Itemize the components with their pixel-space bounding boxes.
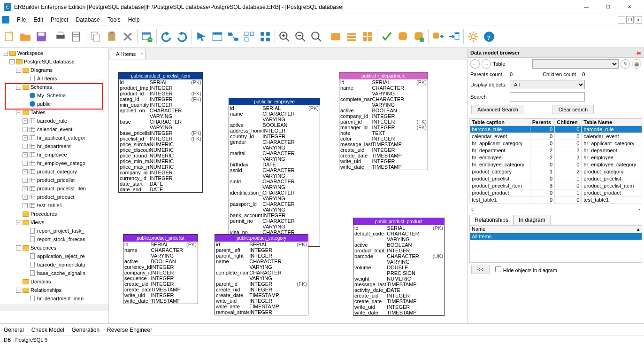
mdi-close-button[interactable]: x (635, 16, 642, 24)
tree-schemas[interactable]: −Schemas (1, 83, 107, 91)
grid-scroll-right[interactable]: › (638, 206, 640, 212)
grid-row-8[interactable]: product_pricelist_item30product_pricelis… (470, 182, 642, 189)
diagram-tab[interactable]: All Items × (111, 49, 146, 59)
tree-table-5[interactable]: +hr_employee_catego (1, 159, 107, 167)
er-table-hr_employee[interactable]: public.hr_employeeidSERIAL(PK)nameCHARAC… (229, 98, 320, 247)
db-gear-button[interactable] (395, 29, 410, 44)
layout2-button[interactable] (344, 29, 359, 44)
close-tab-icon[interactable]: × (140, 51, 143, 56)
grid-row-10[interactable]: test_table100test_table1 (470, 196, 642, 204)
pin-icon[interactable]: 📌 (635, 49, 642, 56)
list-item-all[interactable]: All Items (470, 233, 642, 240)
er-table-product[interactable]: public.product_productidSERIAL(PK)defaul… (353, 218, 445, 316)
hide-objects-checkbox[interactable] (495, 266, 501, 272)
align-tool-button[interactable] (242, 29, 257, 44)
list-scroll-up[interactable]: ▴ (637, 226, 640, 232)
tree-seq-0[interactable]: application_reject_re (1, 252, 107, 260)
display-objects-select[interactable]: All (510, 80, 585, 89)
er-table-pricelist_item[interactable]: public.product_pricelist_itemidSERIAL(PK… (118, 72, 203, 193)
tree-rel-0[interactable]: hr_department_man (1, 294, 107, 303)
menu-help[interactable]: Help (124, 16, 144, 24)
tables-grid[interactable]: Table captionParentsChildrenTable Nameba… (469, 118, 642, 204)
hide-objects-checkbox-label[interactable]: Hide objects in diagram (495, 266, 557, 273)
grid-row-4[interactable]: hr_employee22hr_employee (470, 154, 642, 161)
tree-seq-1[interactable]: barcode_nomenclatu (1, 260, 107, 269)
undo-button[interactable] (159, 29, 174, 44)
menu-tools[interactable]: Tools (104, 16, 124, 24)
menu-edit[interactable]: Edit (30, 16, 47, 24)
open-button[interactable] (18, 29, 33, 44)
tab-reverse-engineer[interactable]: Reverse Engineer (107, 327, 152, 333)
search-input[interactable] (510, 92, 585, 102)
grid-row-5[interactable]: hr_employee_category00hr_employee_catego… (470, 161, 642, 168)
tree-view-1[interactable]: report_stock_forecas (1, 235, 107, 243)
diagram-list[interactable]: Name▴ All Items (469, 225, 642, 263)
tab-relationships[interactable]: Relationships (469, 215, 514, 225)
notes-button[interactable] (69, 29, 84, 44)
tab-check-model[interactable]: Check Model (31, 327, 64, 333)
tree-table-10[interactable]: +test_table1 (1, 201, 107, 210)
zoom-fit-button[interactable] (309, 29, 324, 44)
tree-relationships[interactable]: −Relationships (1, 286, 107, 294)
clear-search-button[interactable]: Clear search (552, 105, 594, 114)
db-import-button[interactable] (430, 29, 445, 44)
tree-table-8[interactable]: +product_pricelist_iten (1, 184, 107, 193)
save-button[interactable] (34, 29, 49, 44)
tree-database[interactable]: −PostgreSQL database (1, 57, 107, 66)
maximize-button[interactable]: ☐ (597, 0, 619, 14)
tab-general[interactable]: General (4, 327, 24, 333)
left-scrollbar-h[interactable] (0, 304, 108, 311)
tree-my-schema[interactable]: My_Schema (1, 91, 107, 100)
redo-button[interactable] (175, 29, 190, 44)
mdi-restore-button[interactable]: ❐ (626, 16, 634, 24)
back-button[interactable]: << (471, 265, 490, 274)
tree-view-0[interactable]: report_project_task_ (1, 227, 107, 235)
validate-button[interactable] (379, 29, 394, 44)
tree-table-4[interactable]: +hr_employee (1, 150, 107, 159)
add-table-button[interactable]: + (139, 29, 154, 44)
tree-table-1[interactable]: +calendar_event (1, 125, 107, 133)
tree-all-items[interactable]: All Items (1, 74, 107, 83)
help-button[interactable]: ? (482, 29, 497, 44)
pointer-button[interactable] (194, 29, 209, 44)
grid-row-3[interactable]: hr_department22hr_department (470, 147, 642, 154)
grid-row-6[interactable]: product_category12product_category (470, 168, 642, 175)
tree-table-0[interactable]: +barcode_rule (1, 117, 107, 125)
db-export-button[interactable] (446, 29, 461, 44)
menu-project[interactable]: Project (47, 16, 72, 24)
grid-row-7[interactable]: product_pricelist01product_pricelist (470, 175, 642, 182)
layout3-button[interactable] (360, 29, 375, 44)
tab-in-diagram[interactable]: In diagram (514, 215, 551, 225)
tree-table-6[interactable]: +product_category (1, 167, 107, 176)
grid-row-2[interactable]: hr_applicant_category00hr_applicant_cate… (470, 140, 642, 147)
tree-public[interactable]: public (1, 100, 107, 108)
grid-tool-button[interactable] (258, 29, 273, 44)
relation-tool-button[interactable] (226, 29, 241, 44)
er-table-pricelist[interactable]: public.product_pricelistidSERIAL(PK)name… (123, 234, 198, 304)
tree-table-2[interactable]: +hr_applicant_categor (1, 133, 107, 142)
settings-button[interactable] (466, 29, 481, 44)
copy-button[interactable] (88, 29, 103, 44)
tree-workspace[interactable]: −Workspace (1, 49, 107, 57)
tree-tables[interactable]: −Tables (1, 108, 107, 117)
tree-table-9[interactable]: +product_product (1, 193, 107, 201)
grid-row-0[interactable]: barcode_rule00barcode_rule (470, 126, 642, 133)
tree-procedures[interactable]: Procedures (1, 210, 107, 218)
table-tool-button[interactable] (210, 29, 225, 44)
er-canvas[interactable]: public.product_pricelist_itemidSERIAL(PK… (109, 60, 467, 323)
delete-button[interactable] (120, 29, 135, 44)
grid-row-9[interactable]: product_product01product_product (470, 189, 642, 196)
mdi-minimize-button[interactable]: – (618, 16, 625, 24)
tree-diagrams[interactable]: −Diagrams (1, 66, 107, 74)
er-table-hr_department[interactable]: public.hr_departmentidSERIAL(PK)nameCHAR… (339, 72, 428, 170)
print-button[interactable] (53, 29, 68, 44)
paste-button[interactable] (104, 29, 119, 44)
tree-table-7[interactable]: +product_pricelist (1, 176, 107, 184)
db-save-button[interactable] (411, 29, 426, 44)
zoom-in-button[interactable] (277, 29, 292, 44)
grid-icon[interactable]: ▦ (632, 59, 641, 69)
edit-icon[interactable]: ✎ (621, 59, 630, 69)
minimize-button[interactable]: — (575, 0, 597, 14)
nav-back-button[interactable]: ← (470, 59, 480, 69)
zoom-out-button[interactable] (293, 29, 308, 44)
